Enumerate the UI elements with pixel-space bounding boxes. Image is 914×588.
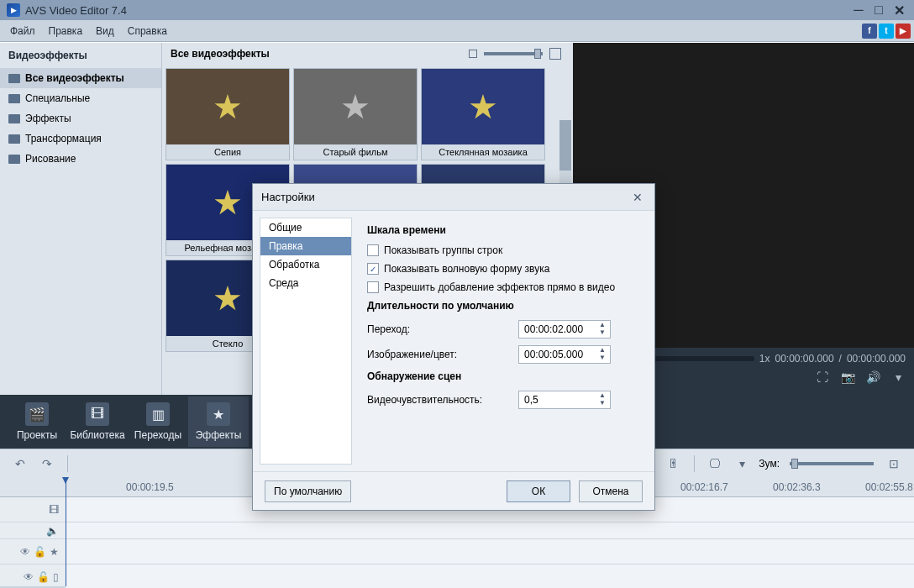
chk-label: Показывать волновую форму звука: [384, 263, 549, 275]
tree-item-drawing[interactable]: Рисование: [0, 149, 161, 169]
spin-value: 00:00:05.000: [524, 349, 583, 360]
sidebar-header: Видеоэффекты: [0, 43, 161, 68]
tree-label: Трансформация: [25, 133, 102, 144]
clapper-icon: 🎬: [25, 402, 49, 426]
tab-library[interactable]: 🎞Библиотека: [67, 396, 128, 447]
fit-zoom-icon[interactable]: ⊡: [884, 454, 904, 473]
fullscreen-icon[interactable]: ⛶: [815, 370, 830, 385]
overlay-track[interactable]: 👁🔓★: [0, 539, 914, 564]
tab-effects[interactable]: ★Эффекты: [188, 396, 249, 447]
effect-thumb[interactable]: ★Сепия: [165, 68, 290, 160]
film-icon: 🎞: [86, 402, 109, 426]
star-icon: ★: [207, 402, 230, 426]
spin-down-icon[interactable]: ▼: [596, 354, 608, 362]
lock-icon: 🔓: [34, 546, 46, 558]
speaker-icon: 🔈: [46, 525, 59, 537]
ruler-tick: 00:02:36.3: [773, 481, 821, 493]
redo-button[interactable]: ↷: [37, 454, 57, 473]
volume-icon[interactable]: 🔊: [865, 370, 880, 385]
chk-label: Разрешить добавление эффектов прямо в ви…: [384, 281, 615, 293]
ruler-tick: 00:02:55.8: [865, 481, 913, 493]
menu-view[interactable]: Вид: [89, 23, 121, 39]
text-track[interactable]: 👁🔓▯: [0, 564, 914, 588]
settings-dialog: Настройки ✕ Общие Правка Обработка Среда…: [252, 183, 655, 511]
text-icon: ▯: [53, 571, 59, 583]
tab-projects[interactable]: 🎬Проекты: [7, 396, 67, 447]
playhead[interactable]: [66, 477, 66, 586]
folder-icon: [8, 134, 20, 144]
tree-item-all-effects[interactable]: Все видеоэффекты: [0, 68, 161, 88]
folder-icon: [8, 74, 20, 83]
tab-label: Проекты: [17, 429, 57, 441]
nav-environment[interactable]: Среда: [260, 274, 351, 292]
tab-label: Эффекты: [196, 429, 242, 441]
image-duration-input[interactable]: 00:00:05.000▲▼: [518, 345, 611, 364]
spin-down-icon[interactable]: ▼: [596, 329, 608, 337]
spin-down-icon[interactable]: ▼: [596, 400, 608, 407]
ok-button[interactable]: ОК: [507, 480, 570, 502]
sensitivity-input[interactable]: 0,5▲▼: [518, 391, 611, 409]
field-image-label: Изображение/цвет:: [367, 349, 518, 360]
snapshot-icon[interactable]: 📷: [840, 370, 855, 385]
menu-bar: Файл Правка Вид Справка f t ▶: [0, 20, 914, 42]
nav-edit[interactable]: Правка: [260, 237, 351, 255]
close-button[interactable]: ✕: [890, 2, 907, 18]
ruler-tick: 00:02:16.7: [680, 481, 728, 493]
star-icon: ★: [50, 546, 59, 558]
nav-processing[interactable]: Обработка: [260, 255, 351, 274]
content-header: Все видеоэффекты: [162, 43, 573, 65]
minimize-button[interactable]: ─: [850, 2, 867, 18]
defaults-button[interactable]: По умолчанию: [265, 480, 351, 502]
chevron-down-icon[interactable]: ▾: [732, 454, 752, 473]
size-large-icon[interactable]: [549, 48, 561, 60]
checkbox-show-waveform[interactable]: ✓: [367, 263, 379, 275]
eye-icon: 👁: [24, 571, 34, 583]
tab-label: Переходы: [134, 429, 181, 441]
tree-item-special[interactable]: Специальные: [0, 88, 161, 108]
folder-icon: [8, 114, 20, 123]
tree-item-effects[interactable]: Эффекты: [0, 108, 161, 129]
audio-track[interactable]: 🔈: [0, 522, 914, 539]
folder-icon: [8, 155, 20, 164]
checkbox-allow-direct-effects[interactable]: [367, 281, 379, 293]
nav-general[interactable]: Общие: [260, 218, 351, 237]
size-small-icon[interactable]: [469, 50, 477, 58]
tree-item-transform[interactable]: Трансформация: [0, 129, 161, 149]
audio-mixer-icon[interactable]: 🎚: [664, 454, 684, 473]
zoom-label: Зум:: [759, 458, 780, 470]
transition-duration-input[interactable]: 00:00:02.000▲▼: [518, 320, 611, 339]
tree-label: Все видеоэффекты: [25, 72, 124, 84]
section-durations: Длительности по умолчанию: [367, 300, 639, 312]
menu-help[interactable]: Справка: [121, 23, 174, 39]
section-timeline: Шкала времени: [367, 224, 639, 236]
chevron-down-icon[interactable]: ▾: [890, 370, 906, 385]
menu-edit[interactable]: Правка: [42, 23, 90, 39]
current-time: 00:00:00.000: [775, 353, 834, 365]
youtube-icon[interactable]: ▶: [896, 24, 911, 39]
checkbox-show-groups[interactable]: [367, 244, 379, 256]
monitor-icon[interactable]: 🖵: [705, 454, 725, 473]
dialog-title: Настройки: [261, 191, 629, 203]
effect-thumb[interactable]: ★Старый фильм: [293, 68, 418, 160]
settings-nav: Общие Правка Обработка Среда: [260, 218, 352, 465]
tab-transitions[interactable]: ▥Переходы: [128, 396, 188, 447]
thumb-size-slider[interactable]: [484, 52, 543, 55]
effect-thumb[interactable]: ★Стеклянная мозаика: [421, 68, 545, 160]
zoom-slider[interactable]: [790, 462, 874, 465]
maximize-button[interactable]: □: [870, 2, 887, 18]
thumb-label: Сепия: [166, 144, 289, 160]
eye-icon: 👁: [20, 546, 30, 558]
speed-label: 1x: [759, 353, 770, 365]
undo-button[interactable]: ↶: [10, 454, 30, 473]
twitter-icon[interactable]: t: [879, 24, 894, 39]
facebook-icon[interactable]: f: [862, 24, 877, 39]
menu-file[interactable]: Файл: [3, 23, 42, 39]
thumb-label: Старый фильм: [294, 144, 417, 160]
spin-value: 0,5: [524, 394, 538, 406]
cancel-button[interactable]: Отмена: [579, 480, 643, 502]
chk-label: Показывать группы строк: [384, 244, 502, 256]
folder-icon: [8, 94, 20, 103]
dialog-close-button[interactable]: ✕: [629, 189, 646, 206]
tree-label: Специальные: [25, 92, 90, 104]
tab-label: Библиотека: [70, 429, 124, 441]
